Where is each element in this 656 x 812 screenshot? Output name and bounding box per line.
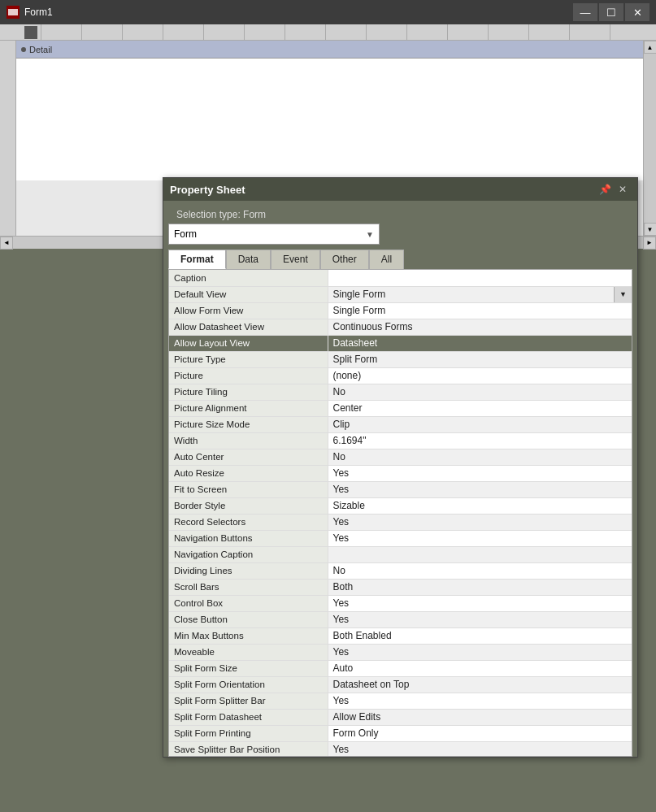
table-row[interactable]: MoveableYes <box>169 644 632 660</box>
property-name: Split Form Printing <box>169 725 328 741</box>
property-value[interactable]: Split Form <box>328 351 632 367</box>
tab-data[interactable]: Data <box>226 250 271 269</box>
property-value[interactable] <box>328 546 632 562</box>
table-row[interactable]: Split Form PrintingForm Only <box>169 725 632 741</box>
app-icon <box>7 6 20 19</box>
property-sheet-title: Property Sheet <box>170 184 245 196</box>
properties-table-wrapper[interactable]: CaptionDefault ViewSingle Form▼Allow For… <box>168 269 632 757</box>
tab-format[interactable]: Format <box>168 250 226 269</box>
property-value[interactable] <box>328 270 632 286</box>
scroll-right-arrow[interactable]: ► <box>643 237 656 250</box>
table-row[interactable]: Picture TilingNo <box>169 384 632 400</box>
table-row[interactable]: Auto CenterNo <box>169 449 632 465</box>
table-row[interactable]: Min Max ButtonsBoth Enabled <box>169 627 632 644</box>
property-value[interactable]: (none) <box>328 367 632 384</box>
table-row[interactable]: Auto ResizeYes <box>169 465 632 481</box>
property-value[interactable]: No <box>328 384 632 400</box>
maximize-button[interactable]: ☐ <box>599 3 623 21</box>
table-row[interactable]: Allow Datasheet ViewContinuous Forms <box>169 319 632 335</box>
table-row[interactable]: Fit to ScreenYes <box>169 481 632 497</box>
property-value[interactable]: Continuous Forms <box>328 319 632 335</box>
table-row[interactable]: Split Form OrientationDatasheet on Top <box>169 676 632 693</box>
property-value[interactable]: Clip <box>328 416 632 432</box>
table-row[interactable]: Save Splitter Bar PositionYes <box>169 741 632 757</box>
table-row[interactable]: Width6.1694" <box>169 432 632 449</box>
table-row[interactable]: Split Form Splitter BarYes <box>169 693 632 709</box>
property-value[interactable]: Datasheet on Top <box>328 676 632 693</box>
ps-pin-button[interactable]: 📌 <box>597 182 613 197</box>
detail-dot <box>21 47 26 52</box>
property-value[interactable]: Single Form <box>328 302 632 319</box>
table-row[interactable]: Split Form DatasheetAllow Edits <box>169 709 632 725</box>
ps-close-button[interactable]: ✕ <box>615 182 631 197</box>
minimize-button[interactable]: — <box>573 3 597 21</box>
property-value[interactable]: Yes <box>328 530 632 546</box>
table-row[interactable]: Picture TypeSplit Form <box>169 351 632 367</box>
table-row[interactable]: Allow Layout ViewDatasheet <box>169 335 632 351</box>
property-value[interactable]: Allow Edits <box>328 709 632 725</box>
scroll-left-arrow[interactable]: ◄ <box>0 237 13 250</box>
table-row[interactable]: Picture AlignmentCenter <box>169 400 632 416</box>
property-sheet-panel: Property Sheet 📌 ✕ Selection type: Form … <box>163 177 638 758</box>
property-value[interactable]: Yes <box>328 693 632 709</box>
tab-other[interactable]: Other <box>320 250 369 269</box>
property-value[interactable]: Both <box>328 579 632 595</box>
properties-table-container: CaptionDefault ViewSingle Form▼Allow For… <box>168 269 632 757</box>
table-row[interactable]: Navigation Caption <box>169 546 632 562</box>
table-row[interactable]: Allow Form ViewSingle Form <box>169 302 632 319</box>
property-value[interactable]: Single Form▼ <box>328 286 632 302</box>
property-value[interactable]: Yes <box>328 595 632 611</box>
table-row[interactable]: Split Form SizeAuto <box>169 660 632 676</box>
property-name: Split Form Datasheet <box>169 709 328 725</box>
table-row[interactable]: Picture Size ModeClip <box>169 416 632 432</box>
table-row[interactable]: Border StyleSizable <box>169 497 632 514</box>
table-row[interactable]: Dividing LinesNo <box>169 562 632 579</box>
property-value[interactable]: No <box>328 562 632 579</box>
selection-dropdown[interactable]: Form ▼ <box>168 224 380 245</box>
table-row[interactable]: Record SelectorsYes <box>169 514 632 530</box>
dropdown-arrow-icon[interactable]: ▼ <box>614 287 632 302</box>
property-name: Border Style <box>169 497 328 514</box>
property-value[interactable]: Sizable <box>328 497 632 514</box>
property-name: Split Form Orientation <box>169 676 328 693</box>
table-row[interactable]: Scroll BarsBoth <box>169 579 632 595</box>
scroll-up-arrow[interactable]: ▲ <box>644 41 657 54</box>
table-row[interactable]: Control BoxYes <box>169 595 632 611</box>
property-name: Control Box <box>169 595 328 611</box>
property-sheet-title-bar: Property Sheet 📌 ✕ <box>163 178 637 201</box>
table-row[interactable]: Close ButtonYes <box>169 611 632 627</box>
tab-event[interactable]: Event <box>271 250 320 269</box>
property-value[interactable]: Yes <box>328 644 632 660</box>
property-value[interactable]: 6.1694" <box>328 432 632 449</box>
horizontal-ruler <box>0 24 656 41</box>
close-button[interactable]: ✕ <box>625 3 649 21</box>
property-value[interactable]: Center <box>328 400 632 416</box>
property-value[interactable]: No <box>328 449 632 465</box>
property-value[interactable]: Datasheet <box>328 335 632 351</box>
property-name: Close Button <box>169 611 328 627</box>
property-value[interactable]: Yes <box>328 741 632 757</box>
property-value[interactable]: Both Enabled <box>328 627 632 644</box>
vertical-scrollbar[interactable]: ▲ ▼ <box>643 41 656 236</box>
table-row[interactable]: Default ViewSingle Form▼ <box>169 286 632 302</box>
property-value[interactable]: Yes <box>328 481 632 497</box>
property-value[interactable]: Form Only <box>328 725 632 741</box>
property-value[interactable]: Auto <box>328 660 632 676</box>
property-name: Allow Layout View <box>169 335 328 351</box>
table-row[interactable]: Navigation ButtonsYes <box>169 530 632 546</box>
ruler-marks <box>41 24 643 40</box>
tab-all[interactable]: All <box>369 250 404 269</box>
scroll-down-arrow[interactable]: ▼ <box>644 223 657 236</box>
property-name: Min Max Buttons <box>169 627 328 644</box>
property-name: Navigation Caption <box>169 546 328 562</box>
property-value[interactable]: Yes <box>328 465 632 481</box>
table-row[interactable]: Caption <box>169 270 632 286</box>
svg-rect-1 <box>8 9 18 15</box>
table-row[interactable]: Picture(none) <box>169 367 632 384</box>
property-value[interactable]: Yes <box>328 611 632 627</box>
form-white-area[interactable] <box>16 59 643 180</box>
property-name: Allow Datasheet View <box>169 319 328 335</box>
property-value[interactable]: Yes <box>328 514 632 530</box>
selection-dropdown-value: Form <box>174 228 197 240</box>
property-name: Navigation Buttons <box>169 530 328 546</box>
